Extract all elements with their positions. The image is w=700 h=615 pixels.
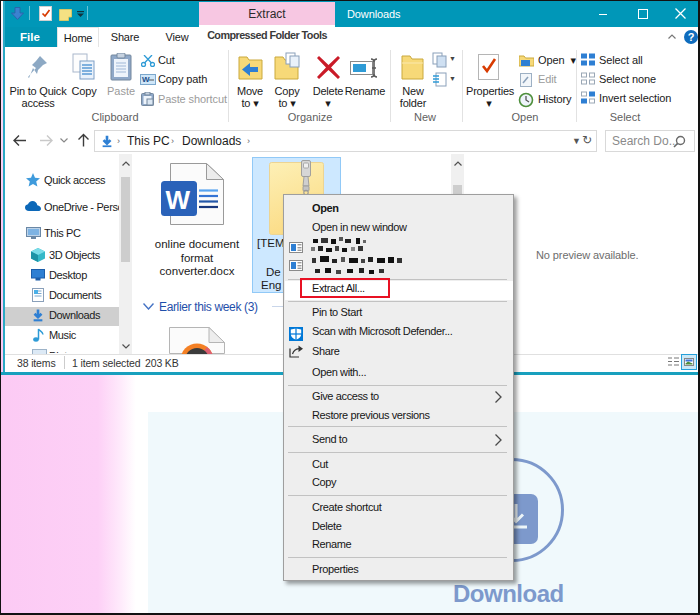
svg-text:W: W [142,75,150,84]
svg-text:W: W [166,185,191,215]
